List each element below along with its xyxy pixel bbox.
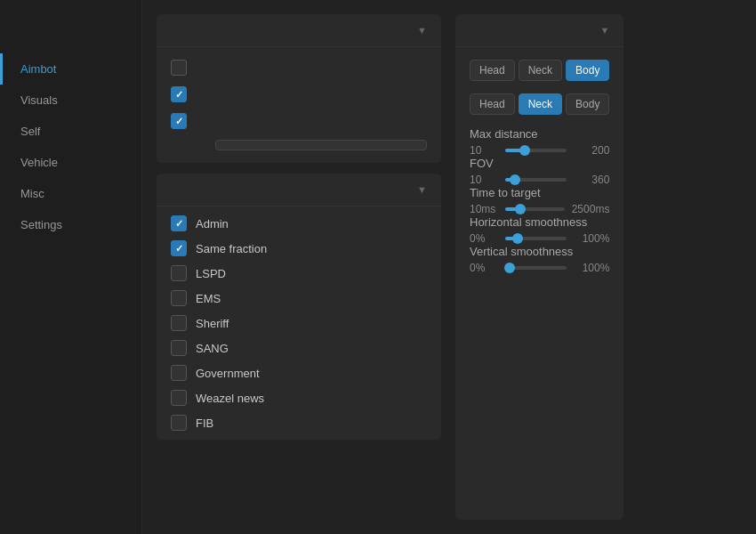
exclusions-chevron-icon[interactable]: ▼ xyxy=(417,184,427,195)
slider-thumb-vertical_smoothness[interactable] xyxy=(504,263,515,273)
vehicle-option-head[interactable]: Head xyxy=(470,93,515,115)
slider-row-fov: 10360 xyxy=(470,174,609,186)
slider-thumb-fov[interactable] xyxy=(510,174,520,185)
exclusion-checkbox-fib[interactable] xyxy=(171,415,187,431)
slider-thumb-max_distance[interactable] xyxy=(519,145,530,156)
general-section: ▼ xyxy=(157,14,441,163)
slider-thumb-horizontal_smoothness[interactable] xyxy=(512,233,523,244)
slider-track-max_distance[interactable] xyxy=(505,149,567,152)
main-content: ▼ xyxy=(142,0,756,534)
sidebar-item-misc[interactable]: Misc xyxy=(0,178,141,209)
slider-min-horizontal_smoothness: 0% xyxy=(470,232,498,245)
slider-max-time_to_target: 2500ms xyxy=(572,203,610,215)
settings-chevron-icon[interactable]: ▼ xyxy=(600,25,610,36)
exclusion-row-lspd: LSPD xyxy=(171,265,427,281)
slider-row-time_to_target: 10ms2500ms xyxy=(470,203,609,215)
enable-row xyxy=(171,60,427,76)
slider-max-fov: 360 xyxy=(574,174,609,186)
sidebar-item-self[interactable]: Self xyxy=(0,116,141,147)
slider-row-horizontal_smoothness: 0%100% xyxy=(470,232,609,245)
exclusion-checkbox-weazel-news[interactable] xyxy=(171,390,187,406)
slider-min-time_to_target: 10ms xyxy=(470,203,498,215)
slider-min-vertical_smoothness: 0% xyxy=(470,262,498,274)
slider-section-time_to_target: Time to target10ms2500ms xyxy=(470,186,609,215)
exclusion-label-weazel-news: Weazel news xyxy=(196,392,264,405)
exclusion-label-same-fraction: Same fraction xyxy=(196,242,267,255)
exclusion-row-weazel-news: Weazel news xyxy=(171,390,427,406)
exclusion-checkbox-sheriff[interactable] xyxy=(171,315,187,331)
exclusions-header: ▼ xyxy=(157,174,441,206)
exclusion-checkbox-admin[interactable] xyxy=(171,215,187,231)
sidebar-item-settings[interactable]: Settings xyxy=(0,209,141,240)
slider-section-horizontal_smoothness: Horizontal smoothness0%100% xyxy=(470,215,609,245)
settings-panel: ▼ HeadNeckBody HeadNeckBody Max distance… xyxy=(455,14,623,520)
bone-option-head[interactable]: Head xyxy=(470,60,515,81)
bone-option-body[interactable]: Body xyxy=(566,60,609,81)
general-body xyxy=(157,47,441,163)
slider-max-horizontal_smoothness: 100% xyxy=(574,232,609,245)
app-container: AimbotVisualsSelfVehicleMiscSettings ▼ xyxy=(0,0,756,534)
slider-track-fov[interactable] xyxy=(505,178,567,182)
slider-section-fov: FOV10360 xyxy=(470,157,609,186)
sidebar-item-visuals[interactable]: Visuals xyxy=(0,85,141,116)
exclusion-label-ems: EMS xyxy=(196,292,221,305)
exclusion-checkbox-government[interactable] xyxy=(171,365,187,381)
exclusions-section: ▼ AdminSame fractionLSPDEMSSheriffSANGGo… xyxy=(157,174,441,440)
sliders-container: Max distance10200FOV10360Time to target1… xyxy=(470,127,609,274)
bone-button-group: HeadNeckBody xyxy=(470,60,609,81)
sidebar: AimbotVisualsSelfVehicleMiscSettings xyxy=(0,0,142,534)
exclusion-row-admin: Admin xyxy=(171,215,427,231)
exclusion-row-ems: EMS xyxy=(171,290,427,306)
bone-row: HeadNeckBody xyxy=(470,60,609,81)
slider-row-max_distance: 10200 xyxy=(470,144,609,157)
exclusion-label-admin: Admin xyxy=(196,217,229,231)
slider-track-time_to_target[interactable] xyxy=(505,207,565,211)
exclusion-row-government: Government xyxy=(171,365,427,381)
exclusion-row-sheriff: Sheriff xyxy=(171,315,427,331)
left-panel: ▼ xyxy=(157,14,441,520)
settings-body: HeadNeckBody HeadNeckBody Max distance10… xyxy=(455,47,623,287)
exclusion-label-fib: FIB xyxy=(196,417,213,430)
slider-row-vertical_smoothness: 0%100% xyxy=(470,262,609,274)
general-chevron-icon[interactable]: ▼ xyxy=(417,25,427,36)
settings-header: ▼ xyxy=(455,14,623,47)
draw-fov-checkbox[interactable] xyxy=(171,113,187,129)
vehicle-target-row: HeadNeckBody xyxy=(470,93,609,115)
slider-max-max_distance: 200 xyxy=(574,144,609,157)
slider-min-max_distance: 10 xyxy=(470,144,498,157)
exclusion-checkbox-sang[interactable] xyxy=(171,340,187,356)
sidebar-item-aimbot[interactable]: Aimbot xyxy=(0,53,141,85)
exclusion-label-government: Government xyxy=(196,367,260,380)
slider-max-vertical_smoothness: 100% xyxy=(574,262,609,274)
enable-checkbox[interactable] xyxy=(171,60,187,76)
vehicle-option-body[interactable]: Body xyxy=(566,93,609,115)
general-header: ▼ xyxy=(157,14,441,47)
exclusion-row-same-fraction: Same fraction xyxy=(171,240,427,256)
exclusion-checkbox-lspd[interactable] xyxy=(171,265,187,281)
vehicle-button-group: HeadNeckBody xyxy=(470,93,609,115)
draw-fov-row xyxy=(171,113,427,129)
exclusion-checkbox-ems[interactable] xyxy=(171,290,187,306)
sidebar-item-vehicle[interactable]: Vehicle xyxy=(0,147,141,178)
slider-label-max_distance: Max distance xyxy=(470,127,609,141)
exclusion-row-fib: FIB xyxy=(171,415,427,431)
visible-only-row xyxy=(171,86,427,102)
exclusion-checkbox-same-fraction[interactable] xyxy=(171,240,187,256)
bone-option-neck[interactable]: Neck xyxy=(519,60,562,81)
visible-only-checkbox[interactable] xyxy=(171,86,187,102)
slider-track-horizontal_smoothness[interactable] xyxy=(505,237,567,240)
vehicle-option-neck[interactable]: Neck xyxy=(519,93,562,115)
exclusion-label-lspd: LSPD xyxy=(196,267,226,280)
slider-section-vertical_smoothness: Vertical smoothness0%100% xyxy=(470,245,609,274)
slider-track-vertical_smoothness[interactable] xyxy=(505,266,567,270)
exclusion-row-sang: SANG xyxy=(171,340,427,356)
slider-thumb-time_to_target[interactable] xyxy=(515,204,526,214)
bind-input[interactable] xyxy=(215,140,427,150)
bind-row xyxy=(171,140,427,150)
exclusion-label-sang: SANG xyxy=(196,342,229,355)
slider-label-time_to_target: Time to target xyxy=(470,186,609,199)
slider-label-vertical_smoothness: Vertical smoothness xyxy=(470,245,609,258)
exclusions-body: AdminSame fractionLSPDEMSSheriffSANGGove… xyxy=(157,206,441,440)
slider-label-horizontal_smoothness: Horizontal smoothness xyxy=(470,215,609,229)
slider-section-max_distance: Max distance10200 xyxy=(470,127,609,157)
